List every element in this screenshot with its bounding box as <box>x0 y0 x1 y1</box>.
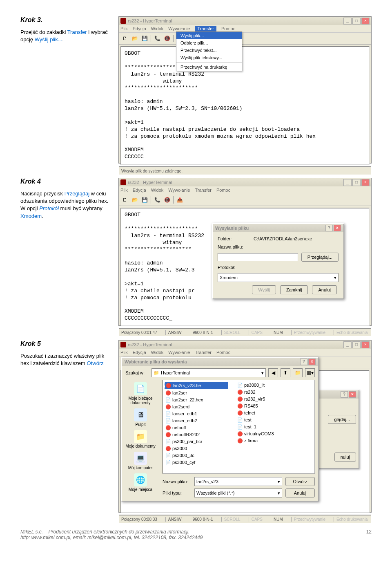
send-button[interactable]: Wyślij <box>252 285 276 294</box>
newfolder-button[interactable]: 📁 <box>293 368 303 377</box>
hangup-icon[interactable]: 📵 <box>163 34 172 43</box>
minimize-button[interactable]: _ <box>343 18 352 25</box>
cancel-button-partial[interactable]: nuluj <box>334 453 356 462</box>
call-icon[interactable]: 📞 <box>153 195 162 204</box>
file-list[interactable]: 🔴lan2rs_v23.he🔴lan2ser📄lan2ser_22.hex🔴la… <box>163 380 315 474</box>
file-item[interactable]: 🔴netbuffRS232 <box>165 431 227 438</box>
cancel-button[interactable]: Anuluj <box>285 488 315 497</box>
menu-wywolanie[interactable]: Wywołanie <box>168 26 190 31</box>
menu-pomoc[interactable]: Pomoc <box>221 26 235 31</box>
file-item[interactable]: 🔴z firma <box>236 437 299 444</box>
file-item[interactable]: 📄ps3000_3c <box>165 452 227 459</box>
terminal-output: 0BOOT *********************** lan2rs - t… <box>120 46 370 165</box>
open-icon[interactable]: 📂 <box>130 34 139 43</box>
open-icon[interactable]: 📂 <box>130 195 139 204</box>
minimize-button[interactable]: _ <box>343 179 352 186</box>
file-item[interactable]: 🔴ps3000 <box>165 445 227 452</box>
menu-widok[interactable]: Widok <box>151 350 164 355</box>
filename-input[interactable]: lan2rs_v23 ▾ <box>194 477 282 486</box>
minimize-button[interactable]: _ <box>343 341 352 348</box>
menu-item-capture-printer[interactable]: Przechwyć na drukarkę <box>176 63 242 71</box>
close-button[interactable]: × <box>361 18 370 25</box>
place-item[interactable]: 💻Mój komputer <box>128 452 153 470</box>
viewmode-button[interactable]: ▦▾ <box>305 368 315 377</box>
file-item[interactable]: 📄ps300_par_bcr <box>165 438 227 445</box>
close-button[interactable]: × <box>361 341 370 348</box>
menu-widok[interactable]: Widok <box>151 26 164 31</box>
file-item[interactable]: 📄lan2ser_22.hex <box>165 397 227 403</box>
file-item[interactable]: 🔴virtualnyCOM3 <box>236 430 299 437</box>
file-item[interactable]: 🔴telnet <box>236 410 299 416</box>
close-dialog-button[interactable]: Zamknij <box>280 285 308 294</box>
filename-input[interactable] <box>218 253 298 261</box>
menu-widok[interactable]: Widok <box>151 188 164 193</box>
file-dialog-bottom: Nazwa pliku: lan2rs_v23 ▾ Otwórz Pliki t… <box>159 474 318 501</box>
close-button[interactable]: × <box>361 179 370 186</box>
menu-plik[interactable]: Plik <box>120 26 128 31</box>
menu-item-capture-text[interactable]: Przechwyć tekst... <box>176 47 242 54</box>
menu-item-receive-file[interactable]: Odbierz plik... <box>176 39 242 47</box>
file-item[interactable]: 🔴lan2ser <box>165 390 227 396</box>
place-label: Pulpit <box>135 422 145 427</box>
place-item[interactable]: 🖥Pulpit <box>134 408 147 427</box>
place-item[interactable]: 📁Moje dokumenty <box>125 430 155 448</box>
file-item[interactable]: 📄lanser_edb1 <box>165 410 227 417</box>
send-icon[interactable]: 📤 <box>175 195 184 204</box>
menu-edycja[interactable]: Edycja <box>133 188 146 193</box>
maximize-button[interactable]: □ <box>352 179 361 186</box>
file-item[interactable]: 📄ps3000_lit <box>236 382 299 388</box>
save-icon[interactable]: 💾 <box>140 195 149 204</box>
menu-pomoc[interactable]: Pomoc <box>216 188 230 193</box>
menu-transfer[interactable]: Transfer <box>195 188 212 193</box>
menu-transfer[interactable]: Transfer <box>195 26 216 31</box>
browse-button-partial[interactable]: glądaj... <box>328 415 356 424</box>
back-button[interactable]: ◀ <box>268 368 278 377</box>
file-item[interactable]: 📄test_1 <box>236 423 299 430</box>
menu-edycja[interactable]: Edycja <box>133 350 146 355</box>
place-item[interactable]: 📄Moje bieżące dokumenty <box>122 382 159 405</box>
status-rate: 9600 8-N-1 <box>190 330 213 335</box>
file-item[interactable]: 🔴rs232_vir5 <box>236 396 299 402</box>
open-button[interactable]: Otwórz <box>285 477 315 486</box>
cancel-button[interactable]: Anuluj <box>312 285 337 294</box>
dialog-help-button[interactable]: ? <box>341 391 348 398</box>
lookin-select[interactable]: 📁 HyperTerminal ▾ <box>151 368 266 377</box>
step-3-text: Krok 3. Przejść do zakładki Transfer i w… <box>20 16 118 43</box>
menu-item-send-file[interactable]: Wyślij plik... <box>176 32 242 39</box>
dialog-help-button[interactable]: ? <box>300 358 307 365</box>
dialog-close-button[interactable]: × <box>349 391 356 398</box>
menu-wywolanie[interactable]: Wywołanie <box>168 350 190 355</box>
menu-plik[interactable]: Plik <box>120 350 128 355</box>
maximize-button[interactable]: □ <box>352 18 361 25</box>
file-item[interactable]: 🔴rs232 <box>236 389 299 395</box>
up-button[interactable]: ⬆ <box>281 368 290 377</box>
protocol-select[interactable]: Xmodem ▾ <box>218 273 339 282</box>
call-icon[interactable]: 📞 <box>153 34 162 43</box>
browse-button[interactable]: Przeglądaj... <box>301 253 339 262</box>
text-transfer: Transfer <box>67 29 87 35</box>
place-item[interactable]: 🌐Moje miejsca <box>129 473 152 492</box>
file-item[interactable]: 🔴lan2rs_v23.he <box>165 382 228 389</box>
menu-pomoc[interactable]: Pomoc <box>216 350 230 355</box>
dialog-close-button[interactable]: × <box>308 358 316 365</box>
menu-item-send-text-file[interactable]: Wyślij plik tekstowy... <box>176 54 242 61</box>
dialog-close-button[interactable]: × <box>334 225 341 231</box>
menu-plik[interactable]: Plik <box>120 188 128 193</box>
menu-transfer[interactable]: Transfer <box>195 350 212 355</box>
new-icon[interactable]: 🗋 <box>120 34 129 43</box>
status-cap: Przechwytywanie <box>291 330 325 335</box>
hangup-icon[interactable]: 📵 <box>163 195 172 204</box>
file-item[interactable]: 📄ps3000_cyf <box>165 459 227 466</box>
file-item[interactable]: 🔴RS485 <box>236 403 299 409</box>
filetype-select[interactable]: Wszystkie pliki (*.*) ▾ <box>194 488 282 497</box>
menu-wywolanie[interactable]: Wywołanie <box>168 188 190 193</box>
new-icon[interactable]: 🗋 <box>120 195 129 204</box>
dialog-help-button[interactable]: ? <box>325 225 333 231</box>
file-item[interactable]: 🔴netbuff <box>165 424 227 431</box>
save-icon[interactable]: 💾 <box>140 34 149 43</box>
file-item[interactable]: 🔴lan2serd <box>165 403 227 410</box>
file-item[interactable]: 📄test <box>236 417 299 423</box>
file-item[interactable]: 📄lanser_edb2 <box>165 417 227 424</box>
menu-edycja[interactable]: Edycja <box>133 26 146 31</box>
maximize-button[interactable]: □ <box>352 341 361 348</box>
